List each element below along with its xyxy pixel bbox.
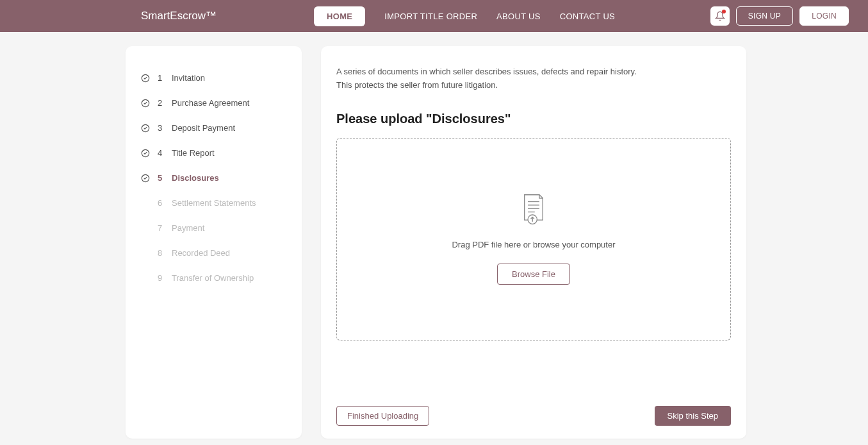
step-number: 5 [158,173,164,183]
step-number: 8 [158,248,164,258]
description-line-1: A series of documents in which seller de… [336,67,637,76]
content-panel: A series of documents in which seller de… [321,46,746,439]
nav-import-title-order[interactable]: IMPORT TITLE ORDER [384,12,477,21]
step-number: 6 [158,198,164,208]
dropzone-text: Drag PDF file here or browse your comput… [452,240,615,249]
finished-uploading-button[interactable]: Finished Uploading [336,406,429,426]
step-number: 7 [158,223,164,233]
step-item[interactable]: 2Purchase Agreement [141,90,286,115]
step-item[interactable]: 7Payment [141,215,286,240]
step-number: 2 [158,98,164,108]
browse-file-button[interactable]: Browse File [497,264,570,285]
top-nav: SmartEscrow™ HOME IMPORT TITLE ORDER ABO… [0,0,868,32]
content-footer: Finished Uploading Skip this Step [336,406,731,426]
check-circle-icon [141,124,150,133]
description-line-2: This protects the seller from future lit… [336,80,498,90]
nav-about-us[interactable]: ABOUT US [496,12,541,21]
header-actions: SIGN UP LOGIN [710,6,849,26]
step-item[interactable]: 8Recorded Deed [141,240,286,265]
check-circle-icon [141,149,150,158]
step-number: 4 [158,148,164,158]
step-number: 1 [158,73,164,83]
check-circle-icon [141,99,150,108]
step-item[interactable]: 4Title Report [141,140,286,165]
document-upload-icon [520,194,548,226]
login-button[interactable]: LOGIN [799,6,849,26]
step-label: Disclosures [172,173,219,183]
nav-contact-us[interactable]: CONTACT US [560,12,615,21]
file-dropzone[interactable]: Drag PDF file here or browse your comput… [336,138,731,340]
check-circle-icon [141,174,150,183]
step-number: 3 [158,123,164,133]
step-label: Settlement Statements [172,198,256,208]
step-item[interactable]: 3Deposit Payment [141,115,286,140]
main-nav: HOME IMPORT TITLE ORDER ABOUT US CONTACT… [314,6,615,26]
steps-sidebar: 1Invitation2Purchase Agreement3Deposit P… [126,46,302,439]
upload-heading: Please upload "Disclosures" [336,112,731,126]
step-label: Recorded Deed [172,248,230,258]
step-label: Transfer of Ownership [172,273,254,283]
nav-home[interactable]: HOME [314,6,365,26]
step-description: A series of documents in which seller de… [336,65,731,92]
step-item[interactable]: 9Transfer of Ownership [141,265,286,290]
notification-dot-icon [722,10,726,13]
step-label: Purchase Agreement [172,98,249,108]
main-layout: 1Invitation2Purchase Agreement3Deposit P… [0,32,868,439]
step-item[interactable]: 5Disclosures [141,165,286,190]
step-item[interactable]: 6Settlement Statements [141,190,286,215]
signup-button[interactable]: SIGN UP [736,6,793,26]
skip-step-button[interactable]: Skip this Step [655,406,732,426]
step-label: Invitation [172,73,205,83]
step-label: Title Report [172,148,215,158]
step-label: Deposit Payment [172,123,235,133]
notifications-button[interactable] [710,6,730,26]
brand-logo[interactable]: SmartEscrow™ [141,10,217,22]
step-label: Payment [172,223,204,233]
step-number: 9 [158,273,164,283]
check-circle-icon [141,74,150,83]
step-item[interactable]: 1Invitation [141,65,286,90]
